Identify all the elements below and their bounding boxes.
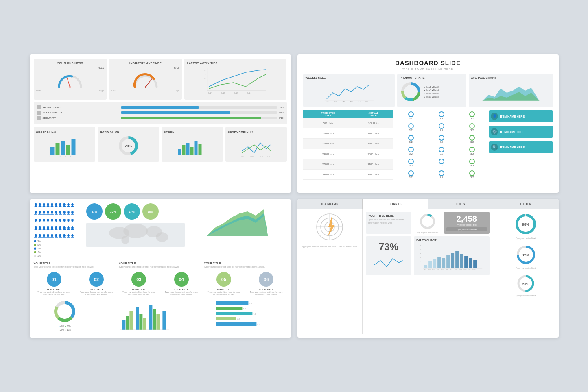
item-buttons: 👤 ITEM NAME HERE ⚙️ ITEM NAME HERE 🔍 ITE…: [489, 110, 553, 180]
circle-blue: [439, 159, 444, 164]
svg-text:2014: 2014: [240, 155, 245, 157]
metric-cell: 3.2: [457, 134, 487, 144]
horizontal-bars-svg: 6.0 5.0 7.0 4.0 8.0: [194, 299, 287, 332]
desc-3: Type your desired text here for more inf…: [204, 266, 286, 269]
svg-rect-18: [50, 147, 54, 155]
circle-blue: [439, 135, 444, 141]
svg-text:7.0: 7.0: [253, 313, 256, 315]
table-row: 2700 Units3100 Units: [303, 159, 394, 169]
predicted-sale-header: PREDICTEDSALE: [303, 110, 354, 118]
svg-rect-105: [424, 265, 427, 268]
svg-rect-107: [433, 259, 436, 268]
industry-average-title: INDUSTRY AVERAGE: [111, 62, 179, 65]
item-label-3: ITEM NAME HERE: [500, 146, 525, 149]
bl-top-area: 👤👤👤👤👤👤👤👤👤👤 👤👤👤👤👤👤👤👤👤👤 👤👤👤👤👤👤👤👤👤👤 👤👤👤👤👤👤👤…: [34, 203, 287, 258]
svg-point-63: [121, 236, 129, 244]
br-tabs: DIAGRAMS CHARTS LINES OTHER: [297, 199, 559, 209]
tab-lines[interactable]: LINES: [428, 199, 494, 209]
tr-bottom-section: PREDICTEDSALE ACTUALSALE 500 Units200 Un…: [303, 110, 553, 180]
title-1: YOUR TITLE: [34, 262, 116, 265]
security-score: 9/10: [279, 117, 284, 119]
svg-text:OCT: OCT: [463, 269, 467, 271]
item-btn-3[interactable]: 🔍 ITEM NAME HERE: [489, 141, 553, 153]
weekly-sale-title: WEEKLY SALE: [306, 76, 393, 79]
your-business-title: YOUR BUSINESS: [36, 62, 104, 65]
industry-average-card: INDUSTRY AVERAGE 8/10 Low High: [109, 59, 182, 100]
svg-text:5: 5: [205, 73, 206, 76]
metric-cell: 3.2: [396, 169, 425, 180]
svg-text:JAN: JAN: [423, 269, 426, 271]
tab-other[interactable]: OTHER: [493, 199, 559, 209]
metric-cell: 3.2: [457, 169, 487, 180]
br-main-top: YOUR TITLE HERE Type your desired text h…: [366, 212, 490, 234]
svg-text:2: 2: [54, 155, 55, 157]
metric-cell: 3.2: [457, 122, 487, 133]
br-big-number: 2,458: [446, 214, 487, 224]
svg-text:3: 3: [205, 81, 206, 84]
tab-diagrams[interactable]: DIAGRAMS: [297, 199, 363, 209]
bl-bottom-row: ● 40% ● 30% ● 20% ● 10%: [34, 299, 287, 333]
metric-cell: 3.2: [427, 110, 456, 121]
metric-cell: 3.2: [457, 110, 487, 121]
item-btn-1[interactable]: 👤 ITEM NAME HERE: [489, 110, 553, 122]
title-2: YOUR TITLE: [119, 262, 201, 265]
metrics-grid: 3.2 3.2 3.2 3.2 3.2 3.2 3.2 3.2 3.2 3.2 …: [396, 110, 487, 180]
svg-text:MAR: MAR: [432, 269, 435, 271]
bar-security: SECURITY 9/10: [37, 116, 284, 120]
main-grid: YOUR BUSINESS 6/10 Low High INDUS: [30, 54, 559, 337]
bar-technology: TECHNOLOGY 5/10: [37, 105, 284, 109]
donut-50-desc: Type your desired text.: [516, 294, 536, 297]
svg-rect-19: [55, 143, 59, 155]
metric-cell: 3.2: [427, 169, 456, 180]
svg-text:70%: 70%: [125, 144, 132, 148]
tab-charts[interactable]: CHARTS: [363, 199, 428, 209]
metric-cell: 3.2: [396, 110, 425, 121]
metric-cell: 3.2: [457, 146, 487, 156]
searchability-title: SEARCHABILITY: [228, 130, 284, 133]
svg-text:4.0: 4.0: [237, 318, 240, 320]
svg-text:10: 10: [419, 261, 421, 263]
grouped-bars: [98, 299, 191, 333]
item-btn-2[interactable]: ⚙️ ITEM NAME HERE: [489, 126, 553, 138]
br-big-desc: Type your desired text:: [446, 224, 487, 226]
svg-rect-21: [66, 145, 70, 155]
speed-card: SPEED: [162, 127, 223, 162]
top-left-panel: YOUR BUSINESS 6/10 Low High INDUS: [30, 54, 291, 193]
br-big-subdesc: Type your desired text: [446, 227, 487, 231]
br-73-pct: 73%: [372, 241, 405, 253]
accessibility-label: ACCESSIBILITY: [43, 111, 121, 114]
svg-text:AUS: AUS: [455, 269, 458, 271]
circle-green: [469, 159, 475, 164]
area-chart-section: [188, 203, 286, 258]
donut-50: 50% Type your desired text.: [516, 273, 536, 297]
map-svg: [86, 223, 185, 247]
svg-rect-115: [469, 258, 472, 268]
donut-98-desc: Type your desired text.: [516, 237, 536, 240]
accessibility-track: [121, 111, 277, 114]
svg-text:APR: APR: [350, 101, 353, 103]
circle-green: [469, 123, 475, 129]
metric-cell: 3.2: [396, 146, 425, 156]
circle-blue: [408, 123, 414, 129]
product-share-widget: PRODUCT SHARE ● Data1 ● Data2 ● Data3 ● …: [397, 74, 466, 107]
your-business-score: 6/10: [36, 66, 104, 69]
svg-rect-22: [71, 139, 75, 155]
latest-activities-chart: 6 5 4 3 2 2014 2015 2016 2017: [187, 66, 284, 95]
technology-track: [121, 106, 277, 109]
arc-row: 27% 35% 27% 18%: [86, 203, 185, 220]
navigation-donut: 70%: [100, 135, 157, 157]
svg-text:14: 14: [419, 253, 421, 255]
step-num-04: 04: [174, 272, 189, 287]
svg-text:2017: 2017: [247, 91, 251, 94]
circle-blue: [439, 170, 444, 176]
metric-cell: 3.2: [396, 122, 425, 133]
svg-rect-79: [156, 314, 160, 330]
svg-text:8: 8: [70, 155, 71, 157]
average-graph-chart: [471, 81, 551, 103]
speed-chart: [164, 135, 221, 157]
step-01: 01 YOUR TITLE Type your desired text her…: [34, 272, 74, 296]
svg-rect-34: [186, 143, 189, 155]
gauge-low-high-industry: Low High: [111, 89, 179, 92]
metric-cell: 3.2: [427, 146, 456, 156]
tl-top-row: YOUR BUSINESS 6/10 Low High INDUS: [34, 59, 287, 100]
